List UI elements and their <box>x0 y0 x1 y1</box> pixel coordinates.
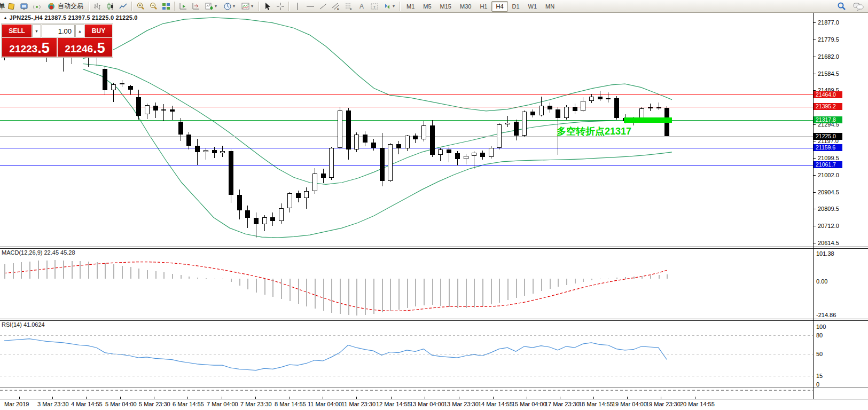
chevron-down-icon: ▾ <box>232 4 237 9</box>
timeframe-button-h4[interactable]: H4 <box>491 1 507 12</box>
timeframe-button-m5[interactable]: M5 <box>419 1 435 12</box>
candle-body <box>204 150 208 152</box>
tile-windows-icon[interactable] <box>160 1 173 12</box>
new-order-icon[interactable] <box>5 1 18 12</box>
rsi-scale-label: 15 <box>816 373 823 379</box>
price-tick <box>813 175 816 176</box>
macd-histogram-bar <box>457 279 458 308</box>
rsi-label: RSI(14) 41.0624 <box>2 321 45 328</box>
text-icon[interactable]: A <box>355 1 368 12</box>
candle-body <box>237 195 242 210</box>
macd-histogram-bar <box>88 262 89 279</box>
macd-histogram-bar <box>432 279 433 305</box>
price-tick <box>813 74 816 74</box>
candles-chart-icon[interactable] <box>104 1 117 12</box>
pane-separator[interactable] <box>0 247 868 247</box>
candle-body <box>564 107 569 118</box>
ohlc-values: 21387.5 21397.5 21225.0 21225.0 <box>44 14 137 21</box>
price-tick <box>813 243 816 243</box>
price-level-line[interactable] <box>0 120 813 121</box>
timeframe-button-d1[interactable]: D1 <box>508 1 524 12</box>
macd-histogram-bar <box>600 279 601 279</box>
pane-separator[interactable] <box>0 320 868 321</box>
timeframe-button-m1[interactable]: M1 <box>402 1 419 12</box>
bars-chart-icon[interactable] <box>91 1 104 12</box>
timeframe-button-w1[interactable]: W1 <box>524 1 542 12</box>
candle-body <box>447 149 451 153</box>
rsi-scale-label: 50 <box>816 351 823 357</box>
candle-body <box>548 106 552 109</box>
mt4-window: 单 自动交易 <box>0 0 868 410</box>
chart-annotation-text: 多空转折点21317 <box>557 125 631 138</box>
price-tick <box>813 57 816 57</box>
price-tick <box>813 158 816 159</box>
macd-histogram-bar <box>491 279 492 304</box>
macd-histogram-bar <box>206 278 207 279</box>
sell-price-button[interactable]: 21223.5 <box>2 38 57 57</box>
bollinger-upper-band <box>83 18 672 111</box>
sell-button[interactable]: SELL <box>2 25 32 37</box>
cursor-icon[interactable] <box>261 1 274 12</box>
timeframe-button-mn[interactable]: MN <box>541 1 559 12</box>
terminal-icon[interactable] <box>18 1 30 12</box>
label-icon[interactable]: T <box>368 1 381 12</box>
candle-body <box>497 124 502 147</box>
timeframe-button-m30[interactable]: M30 <box>456 1 475 12</box>
hline-icon[interactable] <box>304 1 317 12</box>
candle-body <box>430 125 435 155</box>
macd-histogram-bar <box>272 279 273 297</box>
volume-decrease-button[interactable]: ▼ <box>32 25 41 37</box>
timeframe-button-h1[interactable]: H1 <box>475 1 491 12</box>
line-chart-icon[interactable] <box>117 1 130 12</box>
chat-icon[interactable] <box>852 1 865 12</box>
pane-separator[interactable] <box>0 248 868 249</box>
rsi-level-line <box>0 354 813 354</box>
zoom-in-icon[interactable] <box>134 1 147 12</box>
macd-histogram-bar <box>122 266 123 279</box>
indicators-icon[interactable]: ▾ <box>239 1 257 12</box>
price-level-line[interactable] <box>0 165 813 165</box>
buy-button[interactable]: BUY <box>85 25 112 37</box>
buy-price-button[interactable]: 21246.5 <box>58 38 112 57</box>
pane-separator[interactable] <box>0 319 868 319</box>
candle-body <box>220 151 225 154</box>
zoom-out-icon[interactable] <box>147 1 160 12</box>
time-axis-tick <box>661 397 661 399</box>
trendline-icon[interactable] <box>317 1 330 12</box>
price-tick-label: 21099.5 <box>818 155 839 161</box>
autotrade-button[interactable]: 自动交易 <box>43 1 87 12</box>
timeframe-button-m15[interactable]: M15 <box>436 1 456 12</box>
candle-wick <box>256 212 256 238</box>
macd-histogram-bar <box>239 279 240 286</box>
period-icon[interactable]: ▾ <box>221 1 239 12</box>
price-level-line[interactable] <box>0 107 813 107</box>
candle-body <box>573 107 577 111</box>
time-axis-label: 19 Mar 04:00 <box>612 401 647 407</box>
separator <box>400 2 401 11</box>
price-level-label: 21159.6 <box>814 144 842 151</box>
scroll-dash-track[interactable] <box>0 390 813 391</box>
volume-input[interactable]: 1.00 <box>42 25 75 37</box>
chart-shift-icon[interactable] <box>190 1 202 12</box>
candle-body <box>589 97 594 101</box>
chevron-down-icon: ▾ <box>250 4 255 9</box>
time-axis-tick <box>120 397 121 399</box>
menu-label[interactable]: 单 <box>0 2 5 11</box>
new-chart-icon[interactable]: ▾ <box>202 1 221 12</box>
price-level-line[interactable] <box>0 94 813 95</box>
macd-histogram-bar <box>575 279 576 283</box>
channel-icon[interactable]: E <box>330 1 342 12</box>
fibonacci-icon[interactable]: F <box>342 1 355 12</box>
crosshair-icon[interactable] <box>274 1 287 12</box>
search-icon[interactable] <box>835 1 848 12</box>
macd-histogram-bar <box>407 279 408 308</box>
time-axis-label: 6 Mar 14:55 <box>173 401 204 407</box>
volume-increase-button[interactable]: ▲ <box>75 25 84 37</box>
vline-icon[interactable] <box>291 1 304 12</box>
time-axis-tick <box>290 397 290 399</box>
macd-histogram-bar <box>80 261 81 279</box>
signal-icon[interactable] <box>30 1 43 12</box>
chart-forward-icon[interactable] <box>177 1 190 12</box>
shapes-icon[interactable]: ▾ <box>381 1 398 12</box>
macd-histogram-bar <box>247 279 248 289</box>
